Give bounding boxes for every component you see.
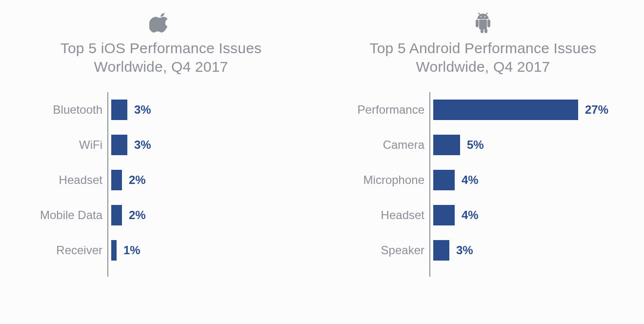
bar-row: 2%	[108, 198, 307, 233]
ios-chart: Bluetooth WiFi Headset Mobile Data Recei…	[15, 92, 307, 277]
bar-row: 4%	[430, 162, 629, 198]
bar	[433, 170, 455, 190]
bars: 27% 5% 4% 4% 3%	[429, 92, 629, 277]
category-label: Headset	[59, 173, 102, 187]
title-line: Top 5 Android Performance Issues	[370, 40, 597, 56]
category-label: Speaker	[381, 243, 424, 257]
bar	[433, 205, 455, 225]
category-label: Headset	[381, 208, 424, 222]
title-line: Worldwide, Q4 2017	[416, 59, 550, 75]
bar-row: 1%	[108, 233, 307, 268]
android-icon	[469, 8, 497, 35]
bar	[111, 170, 122, 190]
bar-row: 3%	[430, 233, 629, 268]
bar-row: 4%	[430, 198, 629, 233]
value-label: 1%	[123, 243, 141, 257]
chart-page: Top 5 iOS Performance Issues Worldwide, …	[0, 0, 644, 277]
value-label: 3%	[134, 103, 151, 117]
ios-panel: Top 5 iOS Performance Issues Worldwide, …	[15, 8, 307, 277]
bar	[111, 205, 122, 225]
android-chart: Performance Camera Microphone Headset Sp…	[337, 92, 629, 277]
category-label: Microphone	[363, 173, 424, 187]
ios-chart-title: Top 5 iOS Performance Issues Worldwide, …	[60, 39, 262, 76]
category-label: Performance	[358, 103, 424, 117]
bar	[111, 240, 117, 261]
bar	[433, 100, 578, 120]
android-chart-title: Top 5 Android Performance Issues Worldwi…	[370, 39, 597, 76]
bar	[111, 135, 127, 155]
value-label: 4%	[462, 173, 479, 187]
category-labels: Bluetooth WiFi Headset Mobile Data Recei…	[15, 92, 107, 277]
bar	[111, 100, 127, 120]
value-label: 5%	[467, 138, 484, 152]
category-labels: Performance Camera Microphone Headset Sp…	[337, 92, 429, 277]
apple-icon	[147, 8, 175, 35]
bar-row: 2%	[108, 162, 307, 198]
bar-row: 3%	[108, 127, 307, 162]
category-label: Receiver	[56, 243, 102, 257]
title-line: Top 5 iOS Performance Issues	[60, 40, 262, 56]
bar	[433, 240, 449, 261]
value-label: 27%	[585, 103, 608, 117]
android-panel: Top 5 Android Performance Issues Worldwi…	[337, 8, 629, 277]
bar-row: 3%	[108, 92, 307, 127]
value-label: 2%	[129, 208, 146, 222]
value-label: 4%	[462, 208, 479, 222]
bar	[433, 135, 460, 155]
bars: 3% 3% 2% 2% 1%	[107, 92, 307, 277]
category-label: Mobile Data	[40, 208, 102, 222]
value-label: 2%	[129, 173, 146, 187]
bar-row: 5%	[430, 127, 629, 162]
category-label: Bluetooth	[53, 103, 102, 117]
category-label: Camera	[383, 138, 424, 152]
value-label: 3%	[134, 138, 151, 152]
value-label: 3%	[456, 243, 473, 257]
bar-row: 27%	[430, 92, 629, 127]
title-line: Worldwide, Q4 2017	[94, 59, 228, 75]
category-label: WiFi	[79, 138, 102, 152]
